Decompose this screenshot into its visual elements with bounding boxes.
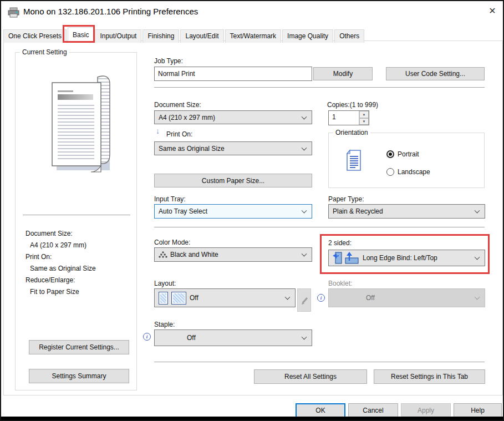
chevron-down-icon <box>475 255 480 260</box>
input-tray-label: Input Tray: <box>154 195 186 203</box>
paper-type-label: Paper Type: <box>328 195 364 203</box>
portrait-radio-label: Portrait <box>398 150 419 158</box>
landscape-radio-row[interactable]: Landscape <box>386 168 430 176</box>
copies-spin-buttons: ▲ ▼ <box>359 111 369 125</box>
staple-dropdown[interactable]: Off <box>154 329 312 346</box>
current-setting-summary: Document Size: A4 (210 x 297 mm) Print O… <box>26 228 96 298</box>
staple-label: Staple: <box>154 321 175 328</box>
black-and-white-dots-icon <box>159 251 167 259</box>
divider <box>154 227 485 227</box>
two-sided-value: Long Edge Bind: Left/Top <box>363 254 437 262</box>
paper-type-value: Plain & Recycled <box>333 207 383 215</box>
job-type-field[interactable]: Normal Print <box>154 67 312 81</box>
divider <box>154 362 485 362</box>
document-preview-image <box>38 74 115 179</box>
portrait-radio-row[interactable]: Portrait <box>386 150 419 158</box>
color-mode-dropdown[interactable]: Black and White <box>154 247 312 262</box>
two-sided-dropdown[interactable]: Long Edge Bind: Left/Top <box>328 250 485 266</box>
tab-finishing[interactable]: Finishing <box>142 29 179 43</box>
summary-print-on-value: Same as Original Size <box>26 263 96 275</box>
print-on-label: Print On: <box>166 130 192 138</box>
job-type-value: Normal Print <box>158 70 195 78</box>
print-on-value: Same as Original Size <box>159 145 225 153</box>
layout-landscape-page-icon <box>171 292 186 305</box>
layout-portrait-page-icon <box>159 292 168 305</box>
summary-doc-size-label: Document Size: <box>26 228 96 240</box>
staple-value: Off <box>187 334 196 342</box>
chevron-down-icon <box>302 251 307 257</box>
tab-strip: One Click Presets Basic Input/Output Fin… <box>3 27 365 43</box>
copies-label: Copies:(1 to 999) <box>327 101 378 109</box>
printer-icon <box>7 7 21 18</box>
document-size-label: Document Size: <box>154 101 201 109</box>
divider <box>23 215 130 215</box>
color-mode-value: Black and White <box>170 251 218 258</box>
layout-value: Off <box>190 294 198 302</box>
window-bottom-edge <box>1 417 503 420</box>
reset-all-settings-button[interactable]: Reset All Settings <box>254 369 367 384</box>
print-on-dropdown[interactable]: Same as Original Size <box>154 141 312 155</box>
chevron-down-icon <box>302 145 307 150</box>
tab-basic[interactable]: Basic <box>68 27 94 43</box>
print-on-arrow-icon: ↓ <box>156 126 160 135</box>
close-icon[interactable]: ✕ <box>486 6 499 16</box>
modify-button[interactable]: Modify <box>313 67 373 80</box>
summary-doc-size-value: A4 (210 x 297 mm) <box>26 240 96 251</box>
booklet-label: Booklet: <box>328 280 352 287</box>
booklet-value: Off <box>366 294 375 302</box>
register-current-settings-button[interactable]: Register Current Settings... <box>29 340 129 354</box>
summary-reduce-enlarge-value: Fit to Paper Size <box>26 286 96 298</box>
landscape-radio-label: Landscape <box>398 168 430 176</box>
spin-down-icon[interactable]: ▼ <box>359 118 369 125</box>
landscape-radio[interactable] <box>386 168 394 176</box>
custom-paper-size-button[interactable]: Custom Paper Size... <box>154 174 312 187</box>
job-type-label: Job Type: <box>154 57 183 65</box>
chevron-down-icon <box>302 334 307 340</box>
window-title: Mono on 132.186.201.106 Printing Prefere… <box>23 7 198 16</box>
divider <box>154 87 485 88</box>
orientation-group: Orientation Portrait Landscape <box>328 133 485 188</box>
reset-settings-tab-button[interactable]: Reset Settings in This Tab <box>374 369 485 384</box>
spin-up-icon[interactable]: ▲ <box>359 111 369 118</box>
input-tray-dropdown[interactable]: Auto Tray Select <box>154 204 312 219</box>
help-button[interactable]: Help <box>454 403 502 418</box>
booklet-info-icon: i <box>317 294 325 302</box>
current-setting-group: Current Setting Document Size: A4 <box>15 52 137 390</box>
tab-input-output[interactable]: Input/Output <box>95 29 141 43</box>
chevron-down-icon <box>302 208 307 214</box>
booklet-dropdown: Off <box>328 288 485 307</box>
portrait-radio[interactable] <box>386 150 394 158</box>
paper-type-dropdown[interactable]: Plain & Recycled <box>328 204 485 219</box>
tab-layout-edit[interactable]: Layout/Edit <box>180 29 223 43</box>
chevron-down-icon <box>285 295 291 300</box>
orientation-legend: Orientation <box>333 129 370 136</box>
copies-spinner[interactable]: 1 ▲ ▼ <box>328 110 369 125</box>
tab-text-watermark[interactable]: Text/Watermark <box>225 29 282 43</box>
printing-preferences-dialog: Mono on 132.186.201.106 Printing Prefere… <box>0 0 504 421</box>
pencil-icon <box>300 295 309 305</box>
staple-info-icon: i <box>143 333 151 341</box>
chevron-down-icon <box>475 295 480 300</box>
input-tray-value: Auto Tray Select <box>159 207 207 215</box>
long-edge-bind-top-icon <box>344 251 359 265</box>
user-code-setting-button[interactable]: User Code Setting... <box>386 67 485 80</box>
layout-edit-pencil-button[interactable] <box>297 288 311 312</box>
chevron-down-icon <box>475 208 480 214</box>
summary-reduce-enlarge-label: Reduce/Enlarge: <box>26 275 96 286</box>
color-mode-label: Color Mode: <box>154 239 190 246</box>
cancel-button[interactable]: Cancel <box>348 403 398 418</box>
portrait-page-icon <box>344 149 362 172</box>
document-size-dropdown[interactable]: A4 (210 x 297 mm) <box>154 110 312 124</box>
document-size-value: A4 (210 x 297 mm) <box>159 114 215 121</box>
long-edge-bind-left-icon <box>333 251 342 265</box>
apply-button[interactable]: Apply <box>401 403 451 418</box>
current-setting-legend: Current Setting <box>20 48 69 56</box>
tab-image-quality[interactable]: Image Quality <box>282 29 333 43</box>
ok-button[interactable]: OK <box>296 403 345 418</box>
copies-value: 1 <box>329 111 359 125</box>
settings-summary-button[interactable]: Settings Summary <box>29 369 129 383</box>
two-sided-label: 2 sided: <box>328 239 352 247</box>
tab-others[interactable]: Others <box>334 29 364 43</box>
tab-one-click-presets[interactable]: One Click Presets <box>3 29 67 43</box>
layout-dropdown[interactable]: Off <box>154 288 296 307</box>
